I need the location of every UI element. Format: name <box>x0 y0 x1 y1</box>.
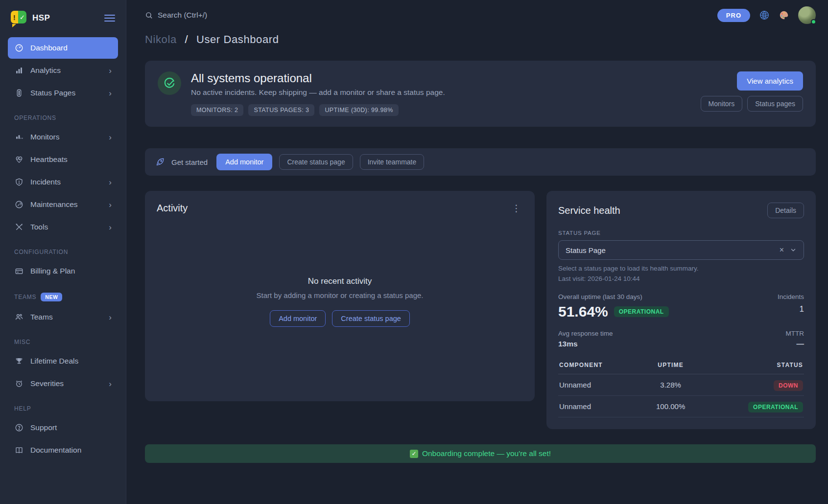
sidebar-section-teams: TEAMS NEW <box>14 293 112 301</box>
sidebar-item-lifetime-deals[interactable]: Lifetime Deals <box>8 350 118 372</box>
pro-badge[interactable]: PRO <box>717 9 750 22</box>
breadcrumb: Nikola / User Dashboard <box>145 33 816 46</box>
sidebar: ! ✓ HSP Dashboard Analytics › Status Pag… <box>0 0 126 504</box>
page-title: User Dashboard <box>196 33 279 46</box>
sidebar-item-heartbeats[interactable]: Heartbeats <box>8 149 118 170</box>
breadcrumb-separator: / <box>185 33 188 46</box>
activity-empty-state: No recent activity Start by adding a mon… <box>157 214 523 389</box>
last-visit-text: Last visit: 2026-01-24 10:44 <box>558 275 804 282</box>
mttr-label: MTTR <box>786 330 804 337</box>
status-badge: DOWN <box>774 380 803 391</box>
mttr-value: — <box>786 340 804 348</box>
chevron-right-icon: › <box>109 178 112 186</box>
component-name: Unnamed <box>558 396 642 417</box>
book-icon <box>14 445 24 455</box>
incidents-label: Incidents <box>778 293 804 300</box>
heartbeat-icon <box>14 155 24 164</box>
sidebar-item-documentation[interactable]: Documentation <box>8 439 118 461</box>
shield-alert-icon <box>14 177 24 187</box>
check-icon: ✓ <box>410 450 418 458</box>
sidebar-item-maintenances[interactable]: Maintenances › <box>8 194 118 215</box>
invite-teammate-button[interactable]: Invite teammate <box>360 154 425 170</box>
details-button[interactable]: Details <box>767 203 804 218</box>
status-badge: OPERATIONAL <box>748 402 803 412</box>
sidebar-item-label: Analytics <box>30 66 102 75</box>
avg-response-label: Avg response time <box>558 330 613 337</box>
bar-chart-icon <box>14 66 24 75</box>
app-name: HSP <box>32 13 98 23</box>
select-helper-text: Select a status page to load its health … <box>558 265 804 272</box>
column-header-status: STATUS <box>699 357 804 374</box>
operational-badge: OPERATIONAL <box>614 306 669 317</box>
table-row: Unnamed 3.28% DOWN <box>558 374 804 396</box>
main-content: PRO Nikola / User Dashboard All systems … <box>126 0 828 504</box>
sidebar-item-label: Heartbeats <box>30 155 112 164</box>
sidebar-item-billing-plan[interactable]: Billing & Plan <box>8 260 118 282</box>
search-input[interactable] <box>158 11 285 20</box>
sidebar-item-monitors[interactable]: Monitors › <box>8 126 118 148</box>
chevron-right-icon: › <box>109 201 112 209</box>
component-uptime: 100.00% <box>642 396 699 417</box>
tools-icon <box>14 222 24 232</box>
sidebar-item-analytics[interactable]: Analytics › <box>8 60 118 81</box>
chevron-right-icon: › <box>109 133 112 141</box>
kebab-menu-icon[interactable]: ⋮ <box>510 204 523 213</box>
chevron-down-icon[interactable] <box>790 247 797 253</box>
globe-icon[interactable] <box>759 10 770 21</box>
user-avatar[interactable] <box>798 6 816 24</box>
status-page-select-value: Status Page <box>566 246 780 254</box>
status-page-select[interactable]: Status Page × <box>558 240 804 260</box>
sidebar-item-status-pages[interactable]: Status Pages › <box>8 82 118 104</box>
topbar: PRO <box>145 0 816 30</box>
uptime-label: Overall uptime (last 30 days) <box>558 293 669 300</box>
chevron-right-icon: › <box>109 223 112 231</box>
service-health-title: Service health <box>558 205 620 216</box>
add-monitor-button[interactable]: Add monitor <box>216 154 272 170</box>
sidebar-item-incidents[interactable]: Incidents › <box>8 171 118 193</box>
sidebar-item-label: Billing & Plan <box>30 267 112 275</box>
hamburger-menu-icon[interactable] <box>104 15 115 22</box>
incidents-value: 1 <box>778 304 804 314</box>
theme-palette-icon[interactable] <box>779 10 789 21</box>
component-uptime: 3.28% <box>642 374 699 396</box>
trophy-icon <box>14 356 24 366</box>
add-monitor-button[interactable]: Add monitor <box>270 310 326 327</box>
create-status-page-button[interactable]: Create status page <box>332 310 410 327</box>
create-status-page-button[interactable]: Create status page <box>279 154 353 170</box>
sidebar-item-label: Documentation <box>30 446 112 455</box>
sidebar-item-dashboard[interactable]: Dashboard <box>8 37 118 59</box>
breadcrumb-parent[interactable]: Nikola <box>145 33 177 46</box>
sidebar-item-label: Lifetime Deals <box>30 357 112 366</box>
online-status-dot <box>811 19 816 24</box>
sidebar-section-help: HELP <box>14 405 112 412</box>
status-pages-count-chip: STATUS PAGES: 3 <box>248 104 314 116</box>
sidebar-item-support[interactable]: Support <box>8 417 118 438</box>
avg-response-value: 13ms <box>558 340 613 348</box>
maintenance-icon <box>14 200 24 209</box>
monitors-button[interactable]: Monitors <box>701 96 743 112</box>
status-pages-button[interactable]: Status pages <box>747 96 803 112</box>
sidebar-item-label: Support <box>30 423 112 432</box>
logo-row: ! ✓ HSP <box>8 7 118 37</box>
gauge-icon <box>14 43 24 53</box>
search-bar[interactable] <box>145 11 717 20</box>
sidebar-item-severities[interactable]: Severities › <box>8 373 118 394</box>
component-name: Unnamed <box>558 374 642 396</box>
chevron-right-icon: › <box>109 89 112 97</box>
status-title: All systems operational <box>191 71 445 85</box>
service-health-card: Service health Details STATUS PAGE Statu… <box>546 191 816 429</box>
onboarding-complete-banner: ✓ Onboarding complete — you're all set! <box>145 444 816 463</box>
sidebar-section-misc: MISC <box>14 339 112 345</box>
status-page-field-label: STATUS PAGE <box>558 230 804 236</box>
sidebar-item-label: Maintenances <box>30 200 102 209</box>
banner-message: Onboarding complete — you're all set! <box>422 449 551 458</box>
clear-icon[interactable]: × <box>780 246 784 254</box>
sidebar-item-label: Status Pages <box>30 89 102 97</box>
sidebar-item-label: Tools <box>30 223 102 231</box>
status-subtitle: No active incidents. Keep shipping — add… <box>191 88 445 97</box>
sidebar-item-tools[interactable]: Tools › <box>8 216 118 238</box>
sidebar-item-teams[interactable]: Teams › <box>8 306 118 328</box>
users-icon <box>14 312 24 322</box>
view-analytics-button[interactable]: View analytics <box>737 71 803 91</box>
system-status-card: All systems operational No active incide… <box>145 61 816 127</box>
